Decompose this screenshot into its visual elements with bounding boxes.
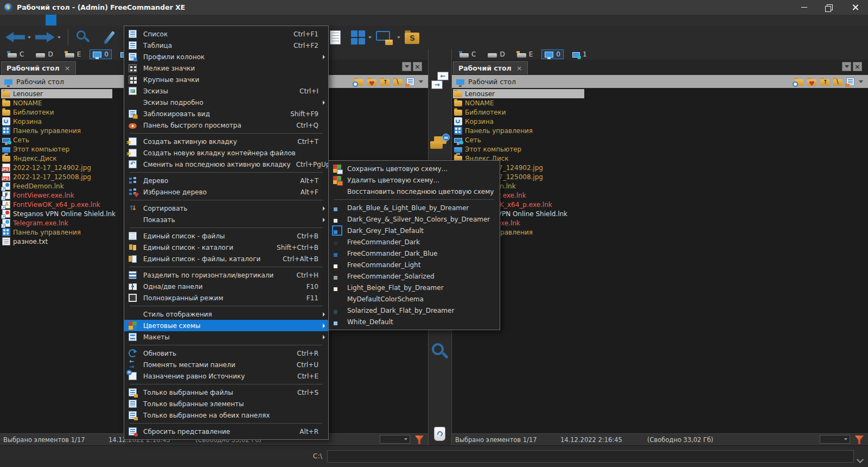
file-row[interactable]: Этот компьютер: [1, 144, 73, 154]
color-scheme-item[interactable]: Dark_Grey_Flat_Default: [329, 225, 500, 236]
view-menu-item[interactable]: Таблица Ctrl+F2: [124, 40, 328, 51]
dropdown-caret-icon[interactable]: [397, 36, 400, 39]
file-row[interactable]: Панель управления: [453, 126, 536, 135]
view-menu-item[interactable]: Цветовые схемы: [124, 320, 328, 331]
menubar-item[interactable]: [13, 15, 24, 26]
close-button[interactable]: [843, 0, 868, 15]
view-menu-item[interactable]: Разделить по горизонтали/вертикали Ctrl+…: [124, 269, 328, 281]
drive-button[interactable]: E: [514, 49, 537, 59]
menubar-item[interactable]: [56, 15, 67, 26]
file-row[interactable]: Этот компьютер: [453, 144, 525, 154]
menubar-item[interactable]: [2, 15, 13, 26]
color-scheme-item[interactable]: FreeCommander_Solarized: [329, 270, 500, 282]
menubar-item[interactable]: [24, 15, 35, 26]
menubar-item[interactable]: [35, 15, 46, 26]
dropdown-caret-icon[interactable]: [368, 36, 372, 39]
minimize-button[interactable]: [792, 0, 817, 15]
toolbar-button[interactable]: [404, 29, 426, 45]
view-menu-item[interactable]: Только выбранные элементы: [124, 398, 328, 409]
color-scheme-item[interactable]: Сохранить цветовую схему...: [329, 163, 500, 174]
file-row[interactable]: Панель управления: [1, 228, 84, 237]
color-scheme-item[interactable]: MyDefaultColorSchema: [329, 293, 500, 305]
file-row[interactable]: FontViewer.exe.lnk: [1, 191, 78, 200]
color-scheme-item[interactable]: White_Default: [329, 316, 500, 327]
toolbar-button[interactable]: [375, 29, 401, 46]
command-expand-chevron-icon[interactable]: [857, 456, 864, 463]
color-scheme-item[interactable]: Dark_Grey_&_Silver_No_Colors_by_Dreamer: [329, 213, 500, 225]
view-menu-item[interactable]: Назначение равно Источнику Ctrl+E: [124, 370, 328, 382]
toolbar-button[interactable]: [34, 30, 62, 45]
file-row[interactable]: NONAME: [1, 98, 46, 108]
middle-button[interactable]: [430, 342, 450, 364]
drive-button[interactable]: D: [484, 49, 508, 59]
header-action-button[interactable]: [858, 78, 864, 86]
middle-button[interactable]: [431, 72, 449, 91]
view-menu-item[interactable]: Показать: [124, 214, 328, 225]
view-menu-item[interactable]: Мелкие значки: [124, 62, 328, 74]
menubar-item[interactable]: [46, 15, 56, 26]
header-action-button[interactable]: [807, 78, 816, 86]
header-action-button[interactable]: [367, 78, 376, 86]
drive-button[interactable]: C: [456, 49, 479, 59]
color-scheme-item[interactable]: Solarized_Dark_Flat_by_Dreamer: [329, 305, 500, 316]
file-row[interactable]: Корзина: [1, 117, 45, 126]
header-action-button[interactable]: [846, 78, 854, 86]
header-action-button[interactable]: [833, 78, 843, 86]
drive-button[interactable]: 0: [90, 49, 112, 59]
header-action-button[interactable]: [820, 78, 829, 86]
filter-funnel-icon[interactable]: [415, 436, 424, 444]
view-menu-item[interactable]: Дерево Alt+T: [124, 175, 328, 186]
view-menu-item[interactable]: Заблокировать вид Shift+F9: [124, 108, 328, 119]
file-row[interactable]: Сеть: [453, 135, 484, 144]
header-action-button[interactable]: [354, 78, 363, 86]
tab-close-button[interactable]: [853, 62, 862, 71]
drive-button[interactable]: C: [4, 49, 27, 59]
view-menu-item[interactable]: Сбросить представление Alt+R: [124, 426, 328, 437]
restore-button[interactable]: [817, 0, 843, 15]
file-row[interactable]: 2022-12-17_125008.jpg: [1, 172, 94, 181]
color-scheme-item[interactable]: Dark_Blue_&_Light_Blue_by_Dreamer: [329, 202, 500, 213]
view-menu-item[interactable]: Список Ctrl+F1: [124, 28, 328, 40]
header-action-button[interactable]: [794, 78, 803, 86]
file-row[interactable]: разное.txt: [1, 237, 51, 246]
toolbar-button[interactable]: [4, 30, 32, 45]
color-scheme-item[interactable]: FreeCommander_Dark_Blue: [329, 248, 500, 259]
header-action-button[interactable]: [380, 78, 390, 86]
view-menu-item[interactable]: Макеты: [124, 331, 328, 343]
tab-close-icon[interactable]: [65, 64, 71, 72]
command-line-input[interactable]: [327, 450, 854, 463]
color-scheme-item[interactable]: Удалить цветовую схему...: [329, 174, 500, 186]
file-row[interactable]: 2022-12-17_124902.jpg: [1, 163, 94, 172]
file-row[interactable]: Яндекс.Диск: [1, 154, 60, 163]
toolbar-button[interactable]: [350, 29, 373, 46]
view-menu-item[interactable]: Единый список - файлы Ctrl+B: [124, 230, 328, 242]
toolbar-button[interactable]: [74, 29, 99, 46]
filter-dropdown[interactable]: [380, 435, 410, 444]
middle-button[interactable]: [432, 425, 448, 444]
dropdown-caret-icon[interactable]: [28, 36, 31, 39]
view-menu-item[interactable]: Одна/две панели F10: [124, 281, 328, 292]
file-row[interactable]: FeedDemon.lnk: [1, 181, 67, 191]
header-action-button[interactable]: [418, 78, 424, 86]
menubar-item[interactable]: [67, 15, 78, 26]
view-menu-item[interactable]: Единый список - каталоги Shift+Ctrl+B: [124, 242, 328, 253]
toolbar-button[interactable]: [101, 29, 125, 46]
tab-list-dropdown-button[interactable]: [842, 62, 851, 71]
view-menu-item[interactable]: Полноэкранный режим F11: [124, 292, 328, 304]
view-menu-item[interactable]: Только выбранное на обеих панелях: [124, 409, 328, 421]
file-row[interactable]: Корзина: [453, 117, 497, 126]
color-scheme-item[interactable]: FreeCommander_Light: [329, 259, 500, 270]
toolbar-button[interactable]: [329, 29, 348, 46]
view-menu-item[interactable]: Сменить на последнюю активную вкладку Ct…: [124, 159, 328, 170]
file-row[interactable]: FontViewOK_x64_p.exe.lnk: [1, 200, 104, 209]
view-menu-item[interactable]: Создать новую вкладку контейнера файлов: [124, 147, 328, 159]
view-menu-item[interactable]: Единый список - файлы, каталоги Ctrl+Alt…: [124, 253, 328, 264]
file-row[interactable]: Steganos VPN Online Shield.lnk: [1, 209, 119, 218]
dropdown-caret-icon[interactable]: [58, 36, 61, 39]
color-scheme-item[interactable]: FreeCommander_Dark: [329, 236, 500, 248]
file-row[interactable]: Панель управления: [1, 126, 84, 135]
file-row[interactable]: Библиотеки: [1, 108, 58, 117]
view-menu-item[interactable]: Поменять местами панели Ctrl+U: [124, 359, 328, 370]
color-scheme-item[interactable]: Light_Beige_Flat_by_Dreamer: [329, 282, 500, 293]
folder-tab[interactable]: Рабочий стол: [453, 61, 528, 74]
